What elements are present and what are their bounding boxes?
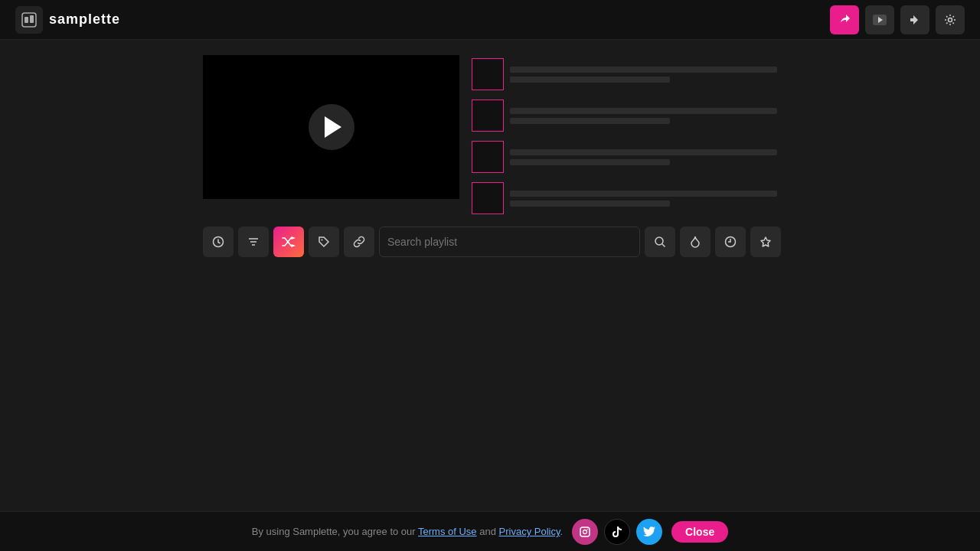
svg-rect-0 xyxy=(22,13,36,27)
svg-point-5 xyxy=(949,18,952,21)
playlist-line-bottom xyxy=(510,77,670,83)
svg-line-12 xyxy=(662,244,665,247)
svg-rect-2 xyxy=(30,15,34,23)
logo-text: samplette xyxy=(49,11,120,28)
svg-marker-14 xyxy=(761,237,770,246)
playlist-thumb xyxy=(472,141,504,173)
content-row xyxy=(203,55,777,217)
playlist-thumb xyxy=(472,99,504,132)
recent-button[interactable] xyxy=(715,227,746,257)
playlist-lines xyxy=(510,191,777,207)
share-button[interactable] xyxy=(830,5,859,34)
playlist-thumb xyxy=(472,58,504,90)
footer: By using Samplette, you agree to our Ter… xyxy=(0,511,980,551)
playlist-thumb xyxy=(472,182,504,214)
popular-button[interactable] xyxy=(680,227,710,257)
playlist-lines xyxy=(510,149,777,165)
settings-button[interactable] xyxy=(936,5,965,34)
svg-rect-15 xyxy=(580,527,590,536)
main-content xyxy=(0,40,980,257)
favorites-button[interactable] xyxy=(750,227,781,257)
playlist-area xyxy=(472,55,777,217)
filter-button[interactable] xyxy=(238,227,269,257)
playlist-line-bottom xyxy=(510,118,670,124)
close-button[interactable]: Close xyxy=(671,521,728,543)
playlist-line-bottom xyxy=(510,201,670,207)
playlist-item xyxy=(472,179,777,217)
svg-point-11 xyxy=(655,237,663,245)
header-actions xyxy=(830,5,965,34)
shuffle-button[interactable] xyxy=(273,227,304,257)
tiktok-button[interactable] xyxy=(604,519,630,545)
history-button[interactable] xyxy=(203,227,234,257)
playlist-line-top xyxy=(510,67,777,73)
terms-link[interactable]: Terms of Use xyxy=(418,526,477,537)
header: samplette xyxy=(0,0,980,40)
footer-socials xyxy=(572,519,662,545)
playlist-item xyxy=(472,138,777,176)
login-button[interactable] xyxy=(900,5,929,34)
logo-area: samplette xyxy=(15,6,120,34)
privacy-link[interactable]: Privacy Policy xyxy=(499,526,560,537)
logo-icon xyxy=(15,6,43,34)
video-player xyxy=(203,55,459,199)
playlist-line-top xyxy=(510,149,777,155)
playlist-item xyxy=(472,96,777,135)
search-input[interactable] xyxy=(387,236,632,248)
tags-button[interactable] xyxy=(309,227,339,257)
playlist-line-top xyxy=(510,191,777,197)
svg-point-16 xyxy=(583,530,587,533)
play-button[interactable] xyxy=(309,104,354,150)
footer-text: By using Samplette, you agree to our Ter… xyxy=(252,526,563,537)
youtube-button[interactable] xyxy=(865,5,894,34)
playlist-line-top xyxy=(510,108,777,114)
playlist-line-bottom xyxy=(510,159,670,165)
svg-rect-1 xyxy=(24,17,28,23)
link-button[interactable] xyxy=(344,227,374,257)
play-icon xyxy=(325,116,341,138)
instagram-button[interactable] xyxy=(572,519,598,545)
search-box xyxy=(379,227,640,257)
svg-point-10 xyxy=(322,240,323,241)
controls-row xyxy=(203,227,781,257)
search-button[interactable] xyxy=(645,227,675,257)
playlist-item xyxy=(472,55,777,93)
playlist-lines xyxy=(510,67,777,83)
playlist-lines xyxy=(510,108,777,124)
svg-point-17 xyxy=(587,528,589,530)
twitter-button[interactable] xyxy=(636,519,662,545)
